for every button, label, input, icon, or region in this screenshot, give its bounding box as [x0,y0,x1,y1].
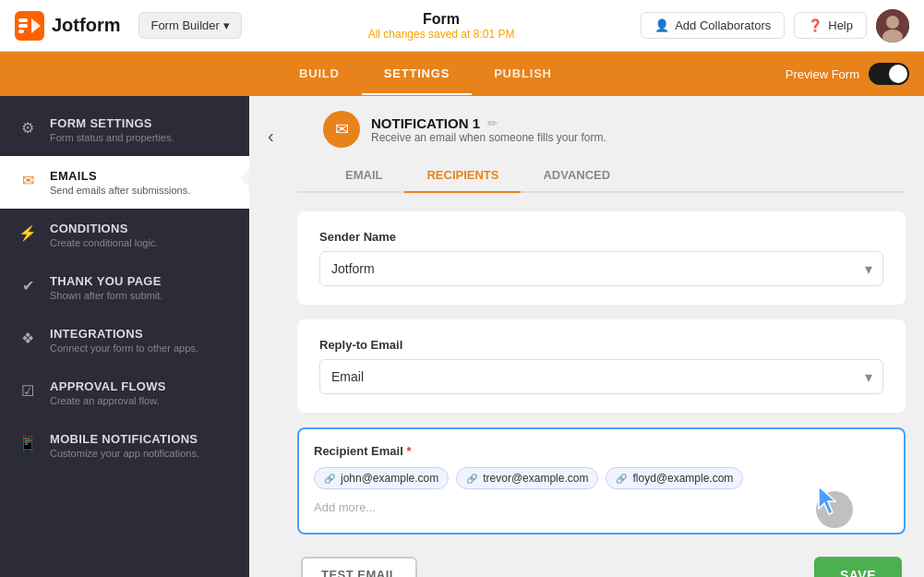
notification-title: NOTIFICATION 1 [371,115,480,131]
add-more-text[interactable]: Add more... [314,497,889,518]
svg-rect-1 [18,18,28,22]
form-builder-button[interactable]: Form Builder ▾ [138,12,241,39]
add-collaborators-button[interactable]: 👤 Add Collaborators [641,12,785,39]
email-tag-2[interactable]: 🔗 floyd@example.com [606,467,743,489]
logo-area: Jotform [15,11,120,41]
notification-header: ✉ NOTIFICATION 1 ✏ Receive an email when… [297,111,906,148]
sidebar-item-conditions-sub: Create conditional logic. [50,237,158,248]
recipient-email-section: Recipient Email * 🔗 john@example.com 🔗 t… [297,427,906,535]
person-icon: 👤 [654,18,669,32]
email-tag-value-0: john@example.com [341,472,438,485]
sidebar-item-approval-sub: Create an approval flow. [50,395,166,406]
tab-bar: BUILD SETTINGS PUBLISH Preview Form [0,52,924,96]
inner-tabs: EMAIL RECIPIENTS ADVANCED [297,159,906,193]
email-tag-1[interactable]: 🔗 trevor@example.com [456,467,598,489]
checkmark-icon: ✔ [18,276,37,295]
main-content: ✉ NOTIFICATION 1 ✏ Receive an email when… [297,111,906,577]
form-title: Form [253,11,630,28]
sidebar-item-form-settings-sub: Form status and properties. [50,132,174,143]
svg-point-6 [886,16,899,29]
email-tag-value-2: floyd@example.com [632,472,733,485]
sidebar-item-mobile-notifications[interactable]: 📱 MOBILE NOTIFICATIONS Customize your ap… [0,419,249,472]
reply-to-email-select-wrapper: Email ▾ [319,359,883,394]
question-icon: ❓ [808,18,822,32]
form-builder-label: Form Builder [150,18,219,32]
sidebar-item-integrations-title: INTEGRATIONS [50,327,198,341]
notification-description: Receive an email when someone fills your… [371,131,606,144]
link-icon-1: 🔗 [466,474,477,484]
preview-form-area: Preview Form [786,63,909,85]
content-wrapper: ‹ ✉ NOTIFICATION 1 ✏ Receive an email wh… [268,111,906,577]
sidebar-item-approval-title: APPROVAL FLOWS [50,379,166,393]
svg-rect-3 [18,30,24,33]
sender-name-section: Sender Name Jotform ▾ [297,211,906,305]
sender-name-select[interactable]: Jotform [319,251,883,286]
nav-actions: 👤 Add Collaborators ❓ Help [641,9,909,42]
integrations-icon: ❖ [18,329,37,347]
jotform-logo-icon [15,11,44,41]
sidebar-item-emails-title: EMAILS [50,169,190,183]
sidebar-item-form-settings[interactable]: ⚙ FORM SETTINGS Form status and properti… [0,103,249,156]
sidebar-item-conditions-title: CONDITIONS [50,222,158,235]
edit-icon[interactable]: ✏ [487,116,498,130]
sidebar-item-thank-you-title: THANK YOU PAGE [50,274,162,288]
sidebar-item-emails-sub: Send emails after submissions. [50,185,190,196]
add-collaborators-label: Add Collaborators [675,18,771,32]
main-layout: ⚙ FORM SETTINGS Form status and properti… [0,96,924,577]
test-email-button[interactable]: TEST EMAIL [301,557,417,577]
email-tag-value-1: trevor@example.com [483,472,588,485]
tab-advanced[interactable]: ADVANCED [521,159,632,193]
sidebar-item-thank-you-sub: Shown after form submit. [50,290,162,301]
link-icon-2: 🔗 [616,474,627,484]
sidebar-item-emails[interactable]: ✉ EMAILS Send emails after submissions. [0,156,249,209]
preview-form-toggle[interactable] [869,63,909,85]
toggle-knob [889,65,907,83]
gear-icon: ⚙ [18,118,37,137]
svg-rect-2 [18,24,28,28]
save-button[interactable]: SAVE [814,557,902,577]
avatar-image [876,9,909,42]
help-label: Help [828,18,853,32]
sidebar-item-integrations-sub: Connect your form to other apps. [50,343,198,354]
avatar[interactable] [876,9,909,42]
sender-name-select-wrapper: Jotform ▾ [319,251,883,286]
top-nav: Jotform Form Builder ▾ Form All changes … [0,0,924,52]
tab-publish[interactable]: PUBLISH [472,54,574,95]
bottom-actions: TEST EMAIL SAVE [297,549,906,577]
sidebar: ⚙ FORM SETTINGS Form status and properti… [0,96,249,577]
notification-icon: ✉ [323,111,360,148]
sidebar-item-mobile-title: MOBILE NOTIFICATIONS [50,432,199,446]
tab-settings[interactable]: SETTINGS [362,54,472,95]
help-button[interactable]: ❓ Help [794,12,867,39]
tab-recipients[interactable]: RECIPIENTS [404,159,521,193]
sidebar-item-form-settings-title: FORM SETTINGS [50,116,174,130]
approval-icon: ☑ [18,381,37,400]
reply-to-email-select[interactable]: Email [319,359,883,394]
sidebar-item-thank-you[interactable]: ✔ THANK YOU PAGE Shown after form submit… [0,261,249,314]
tab-email[interactable]: EMAIL [323,159,404,193]
reply-to-email-label: Reply-to Email [319,338,883,352]
logo-text: Jotform [52,15,120,36]
email-tag-0[interactable]: 🔗 john@example.com [314,467,449,489]
link-icon-0: 🔗 [324,474,335,484]
recipient-email-label: Recipient Email * [314,444,889,458]
saved-status: All changes saved at 8:01 PM [253,28,630,41]
reply-to-email-section: Reply-to Email Email ▾ [297,319,906,413]
sidebar-item-mobile-sub: Customize your app notifications. [50,448,199,459]
sidebar-item-conditions[interactable]: ⚡ CONDITIONS Create conditional logic. [0,209,249,261]
email-tags-container: 🔗 john@example.com 🔗 trevor@example.com … [314,467,889,489]
sender-name-label: Sender Name [319,230,883,244]
mobile-icon: 📱 [18,434,37,452]
back-button[interactable]: ‹ [268,111,297,577]
content-area: ‹ ✉ NOTIFICATION 1 ✏ Receive an email wh… [249,96,924,577]
tab-build[interactable]: BUILD [277,54,362,95]
sidebar-item-approval-flows[interactable]: ☑ APPROVAL FLOWS Create an approval flow… [0,367,249,419]
form-title-area: Form All changes saved at 8:01 PM [253,11,630,41]
conditions-icon: ⚡ [18,223,37,242]
preview-form-label: Preview Form [786,67,859,81]
sidebar-item-integrations[interactable]: ❖ INTEGRATIONS Connect your form to othe… [0,314,249,367]
tab-bar-tabs: BUILD SETTINGS PUBLISH [249,54,786,95]
email-icon: ✉ [18,171,37,189]
chevron-down-icon: ▾ [223,18,230,32]
required-marker: * [406,444,411,458]
